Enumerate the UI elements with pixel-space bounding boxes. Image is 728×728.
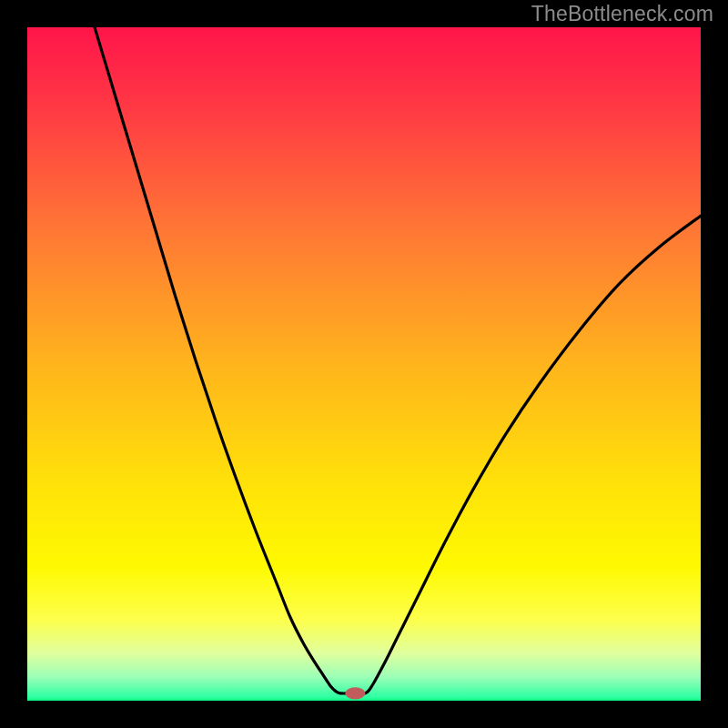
plot-background [27, 27, 701, 701]
bottleneck-chart [27, 27, 701, 701]
watermark-text: TheBottleneck.com [531, 2, 713, 26]
chart-container: TheBottleneck.com [0, 0, 728, 728]
bottleneck-marker [345, 687, 365, 699]
